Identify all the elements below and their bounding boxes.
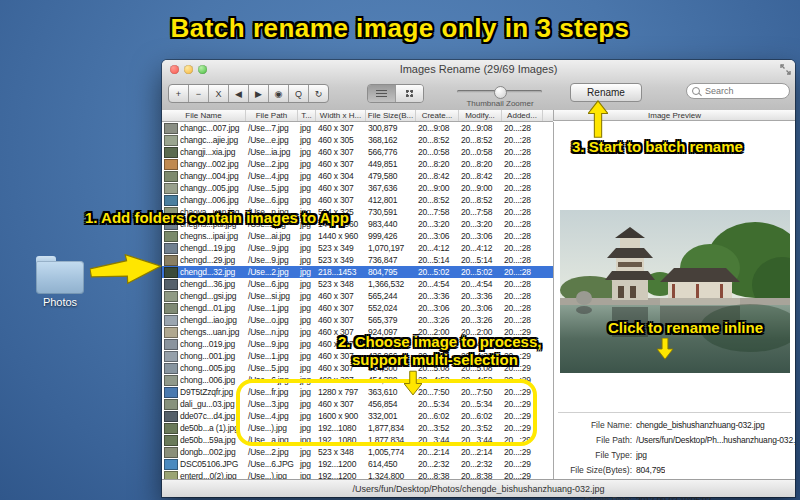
column-header[interactable]: T... bbox=[298, 110, 316, 121]
grid-view-button[interactable] bbox=[395, 85, 423, 102]
column-header[interactable]: File Path bbox=[246, 110, 298, 121]
cell-modify-date: 20...3:06 bbox=[459, 230, 502, 242]
thumbnail-icon bbox=[164, 267, 178, 278]
cell-added-date: 20...:29 bbox=[502, 458, 543, 470]
table-row[interactable]: changy...004.jpg /Use...4.jpg jpg 460 x … bbox=[162, 170, 553, 182]
column-header[interactable]: Added... bbox=[502, 110, 543, 121]
cell-file-size: 983,440 bbox=[366, 218, 416, 230]
nav-button-remove[interactable]: − bbox=[189, 85, 209, 102]
annotation-step2-line2: support multi-selection bbox=[352, 351, 518, 368]
cell-modify-date: 20...9:00 bbox=[459, 182, 502, 194]
photos-folder-icon[interactable] bbox=[36, 256, 84, 294]
table-row[interactable]: chengd...iao.jpg /Use...o.jpg jpg 460 x … bbox=[162, 314, 553, 326]
table-row[interactable]: changy...002.jpg /Use...2.jpg jpg 460 x … bbox=[162, 158, 553, 170]
cell-file-size: 552,024 bbox=[366, 302, 416, 314]
cell-file-size: 449,851 bbox=[366, 158, 416, 170]
table-row[interactable]: chengd...32.jpg /Use...2.jpg jpg 218...1… bbox=[162, 266, 553, 278]
cell-file-path: /Use...ia.jpg bbox=[246, 146, 298, 158]
table-row[interactable]: enterd...0(2).jpg /Use...).jpg jpg 192..… bbox=[162, 470, 553, 479]
cell-file-path: /Use...9.jpg bbox=[246, 242, 298, 254]
cell-file-size: 730,591 bbox=[366, 206, 416, 218]
search-field[interactable] bbox=[686, 83, 790, 99]
cell-dimensions: 192...1200 bbox=[316, 470, 366, 479]
cell-dimensions: 523 x 349 bbox=[316, 254, 366, 266]
table-row[interactable]: changy...005.jpg /Use...5.jpg jpg 460 x … bbox=[162, 182, 553, 194]
list-view-button[interactable] bbox=[368, 85, 395, 102]
table-row[interactable]: chengd...19.jpg /Use...9.jpg jpg 523 x 3… bbox=[162, 242, 553, 254]
cell-create-date: 20...9:00 bbox=[416, 182, 459, 194]
preview-image bbox=[560, 210, 790, 373]
step1-arrow-icon bbox=[89, 252, 163, 288]
thumbnail-icon bbox=[164, 351, 178, 362]
table-row[interactable]: changji...xia.jpg /Use...ia.jpg jpg 460 … bbox=[162, 146, 553, 158]
table-row[interactable]: chengd...36.jpg /Use...6.jpg jpg 523 x 3… bbox=[162, 278, 553, 290]
thumbnail-zoomer-slider[interactable] bbox=[457, 90, 542, 93]
column-header[interactable]: File Name bbox=[162, 110, 246, 121]
cell-type: jpg bbox=[298, 458, 316, 470]
column-header[interactable]: File Size(B... bbox=[366, 110, 416, 121]
cell-dimensions: 460 x 307 bbox=[316, 158, 366, 170]
cell-file-name: chengd...36.jpg bbox=[162, 278, 246, 290]
detail-row[interactable]: File Size(Bytes): 804,795 bbox=[554, 462, 795, 477]
nav-button-add[interactable]: + bbox=[169, 85, 189, 102]
cell-create-date: 20...8:42 bbox=[416, 170, 459, 182]
nav-button-delete[interactable]: X bbox=[209, 85, 229, 102]
cell-type: jpg bbox=[298, 134, 316, 146]
cell-added-date: 20...:28 bbox=[502, 158, 543, 170]
column-header[interactable]: Create... bbox=[416, 110, 459, 121]
title-bar[interactable]: Images Rename (29/69 Images) bbox=[162, 60, 795, 78]
detail-row[interactable]: File Name: chengde_bishushanzhuang-032.j… bbox=[554, 417, 795, 432]
thumbnail-icon bbox=[164, 159, 178, 170]
table-row[interactable]: chengd...gsi.jpg /Use...si.jpg jpg 460 x… bbox=[162, 290, 553, 302]
column-header[interactable]: Width x H... bbox=[316, 110, 366, 121]
resize-icon[interactable] bbox=[780, 64, 791, 75]
cell-file-size: 1,324,800 bbox=[366, 470, 416, 479]
cell-dimensions: 460 x 307 bbox=[316, 314, 366, 326]
cell-modify-date: 20...0:58 bbox=[459, 146, 502, 158]
table-row[interactable]: changy...006.jpg /Use...6.jpg jpg 460 x … bbox=[162, 194, 553, 206]
nav-button-search[interactable]: Q bbox=[289, 85, 309, 102]
table-row[interactable]: changc...ajie.jpg /Use...e.jpg jpg 460 x… bbox=[162, 134, 553, 146]
cell-dimensions: 460 x 307 bbox=[316, 146, 366, 158]
cell-file-size: 1,366,532 bbox=[366, 278, 416, 290]
slider-knob[interactable] bbox=[494, 86, 507, 99]
cell-file-size: 367,636 bbox=[366, 182, 416, 194]
cell-type: jpg bbox=[298, 158, 316, 170]
table-row[interactable]: changc...007.jpg /Use...7.jpg jpg 460 x … bbox=[162, 122, 553, 134]
thumbnail-icon bbox=[164, 279, 178, 290]
cell-added-date: 20...:28 bbox=[502, 182, 543, 194]
cell-file-name: chengd...19.jpg bbox=[162, 242, 246, 254]
cell-file-size: 412,801 bbox=[366, 194, 416, 206]
nav-button-previous[interactable]: ◀ bbox=[229, 85, 249, 102]
nav-button-preview[interactable]: ◉ bbox=[269, 85, 289, 102]
cell-file-name: changc...ajie.jpg bbox=[162, 134, 246, 146]
thumbnail-icon bbox=[164, 447, 178, 458]
table-row[interactable]: chengd...29.jpg /Use...9.jpg jpg 523 x 3… bbox=[162, 254, 553, 266]
thumbnail-icon bbox=[164, 255, 178, 266]
table-row[interactable]: dongb...002.jpg /Use...2.jpg jpg 523 x 3… bbox=[162, 446, 553, 458]
table-row[interactable]: DSC05106.JPG /Use...6.JPG jpg 192...1200… bbox=[162, 458, 553, 470]
thumbnail-zoomer-label: Thumbnail Zoomer bbox=[440, 99, 560, 108]
nav-button-next[interactable]: ▶ bbox=[249, 85, 269, 102]
status-bar: /Users/fun/Desktop/Photos/chengde_bishus… bbox=[162, 479, 795, 497]
cell-type: jpg bbox=[298, 302, 316, 314]
table-row[interactable]: chengd...01.jpg /Use...1.jpg jpg 460 x 3… bbox=[162, 302, 553, 314]
cell-type: jpg bbox=[298, 350, 316, 362]
column-header[interactable]: Modify... bbox=[459, 110, 502, 121]
cell-create-date: 20...3:20 bbox=[416, 218, 459, 230]
search-input[interactable] bbox=[703, 85, 787, 97]
cell-file-path: /Use...1.jpg bbox=[246, 350, 298, 362]
cell-dimensions: 460 x 307 bbox=[316, 194, 366, 206]
cell-dimensions: 460 x 307 bbox=[316, 302, 366, 314]
cell-create-date: 20...8:20 bbox=[416, 158, 459, 170]
nav-button-refresh[interactable]: ↻ bbox=[309, 85, 328, 102]
cell-create-date: 20...5:02 bbox=[416, 266, 459, 278]
detail-row[interactable]: File Path: /Users/fun/Desktop/Ph...husha… bbox=[554, 432, 795, 447]
thumbnail-icon bbox=[164, 327, 178, 338]
thumbnail-icon bbox=[164, 135, 178, 146]
cell-type: jpg bbox=[298, 362, 316, 374]
table-row[interactable]: chegns...ipai.jpg /Use...ai.jpg jpg 1440… bbox=[162, 230, 553, 242]
annotation-step3: 3. Start to batch rename bbox=[572, 138, 743, 155]
cell-added-date: 20...:28 bbox=[502, 134, 543, 146]
detail-row[interactable]: File Type: jpg bbox=[554, 447, 795, 462]
